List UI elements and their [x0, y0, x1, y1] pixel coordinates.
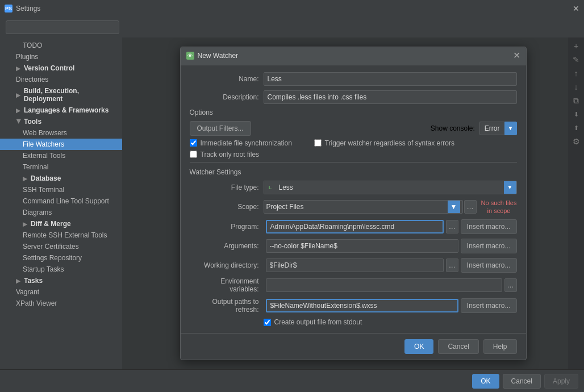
apply-button[interactable]: Apply	[544, 374, 578, 389]
trigger-watcher-checkbox[interactable]	[314, 139, 322, 147]
scope-dropdown[interactable]: Project Files ▼	[264, 200, 463, 214]
sidebar-item-directories[interactable]: Directories	[0, 74, 122, 85]
immediate-sync-row: Immediate file synchronization Trigger w…	[190, 139, 517, 147]
sidebar-item-diff-merge[interactable]: ▶ Diff & Merge	[0, 218, 122, 230]
show-console-label: Show console:	[431, 124, 475, 132]
sidebar-item-tools[interactable]: ▶ Tools	[0, 116, 122, 127]
dialog-ok-button[interactable]: OK	[404, 339, 433, 354]
dialog-icon: 👁	[186, 52, 194, 60]
sidebar-item-label: Settings Repository	[23, 254, 82, 262]
program-input[interactable]	[266, 220, 444, 233]
output-paths-input[interactable]	[266, 299, 458, 312]
program-row: Program: … Insert macro...	[190, 219, 517, 234]
arguments-label: Arguments:	[190, 242, 264, 250]
sidebar-item-plugins[interactable]: Plugins	[0, 51, 122, 62]
env-vars-input[interactable]	[266, 278, 502, 292]
env-vars-browse-button[interactable]: …	[504, 278, 517, 292]
program-insert-macro-button[interactable]: Insert macro...	[461, 219, 517, 234]
sidebar-item-label: TODO	[23, 41, 42, 49]
sidebar-item-vagrant[interactable]: Vagrant	[0, 286, 122, 298]
sidebar-item-label: Diff & Merge	[31, 220, 71, 228]
sidebar-item-ssh-terminal[interactable]: SSH Terminal	[0, 184, 122, 195]
arguments-insert-macro-button[interactable]: Insert macro...	[461, 239, 517, 253]
create-output-row: Create output file from stdout	[190, 318, 517, 326]
sidebar-item-label: Startup Tasks	[23, 265, 64, 273]
sidebar-item-label: Build, Execution, Deployment	[24, 87, 116, 103]
search-input[interactable]	[6, 20, 119, 34]
sidebar: TODO Plugins ▶ Version Control Directori…	[0, 37, 122, 369]
sidebar-item-label: External Tools	[23, 152, 65, 160]
filetype-arrow[interactable]: ▼	[504, 181, 516, 194]
name-row: Name:	[190, 72, 517, 86]
sidebar-item-build[interactable]: ▶ Build, Execution, Deployment	[0, 85, 122, 105]
arrow-icon: ▶	[16, 278, 22, 284]
sidebar-item-command-line[interactable]: Command Line Tool Support	[0, 195, 122, 207]
working-dir-insert-macro-button[interactable]: Insert macro...	[461, 258, 517, 273]
sidebar-item-label: Plugins	[16, 53, 38, 61]
filetype-icon: L	[264, 181, 277, 194]
sidebar-item-diagrams[interactable]: Diagrams	[0, 207, 122, 218]
dialog-cancel-button[interactable]: Cancel	[438, 339, 478, 354]
options-row: Output Filters... Show console: Error ▼	[190, 121, 517, 136]
working-dir-label: Working directory:	[190, 261, 264, 269]
scope-row: Scope: Project Files ▼ … No such files	[190, 199, 517, 215]
scope-dropdown-arrow[interactable]: ▼	[448, 201, 460, 213]
dialog-help-button[interactable]: Help	[483, 339, 517, 354]
sidebar-item-label: Directories	[16, 76, 48, 84]
sidebar-item-external-tools[interactable]: External Tools	[0, 150, 122, 161]
watcher-settings-title: Watcher Settings	[190, 168, 517, 176]
description-input[interactable]	[264, 90, 517, 104]
output-paths-row: Output paths to refresh: Insert macro...	[190, 298, 517, 314]
scope-label: Scope:	[190, 203, 264, 211]
dialog-body: Name: Description: Options	[181, 65, 526, 333]
create-output-checkbox[interactable]	[264, 319, 271, 326]
working-dir-input[interactable]	[266, 258, 444, 272]
sidebar-item-languages[interactable]: ▶ Languages & Frameworks	[0, 105, 122, 116]
dialog-title-bar: 👁 New Watcher ✕	[181, 47, 526, 65]
create-output-label: Create output file from stdout	[274, 318, 362, 326]
sidebar-item-tasks[interactable]: ▶ Tasks	[0, 275, 122, 286]
sidebar-item-xpath[interactable]: XPath Viewer	[0, 298, 122, 309]
track-root-checkbox[interactable]	[190, 151, 197, 158]
sidebar-item-label: Terminal	[23, 163, 48, 171]
arguments-input[interactable]	[266, 239, 458, 253]
cancel-button[interactable]: Cancel	[503, 374, 541, 389]
program-browse-button[interactable]: …	[446, 220, 458, 233]
main-window: PS Settings ✕ TODO Plugins ▶ Version Con…	[0, 0, 584, 392]
name-input[interactable]	[264, 72, 517, 86]
sidebar-item-file-watchers[interactable]: File Watchers	[0, 139, 122, 150]
env-vars-label: Environment variables:	[190, 277, 264, 293]
sidebar-item-label: Tools	[24, 118, 41, 126]
sidebar-item-version-control[interactable]: ▶ Version Control	[0, 62, 122, 74]
dialog-bottom: OK Cancel Help	[181, 333, 526, 360]
ok-button[interactable]: OK	[472, 374, 499, 389]
sidebar-item-remote-ssh[interactable]: Remote SSH External Tools	[0, 230, 122, 241]
title-bar-left: PS Settings	[5, 5, 40, 12]
title-bar: PS Settings ✕	[0, 0, 584, 17]
sidebar-item-web-browsers[interactable]: Web Browsers	[0, 127, 122, 139]
new-watcher-dialog: 👁 New Watcher ✕ Name:	[180, 47, 527, 361]
arguments-row: Arguments: Insert macro...	[190, 239, 517, 253]
filetype-dropdown[interactable]: L Less ▼	[264, 181, 517, 194]
settings-content: TODO Plugins ▶ Version Control Directori…	[0, 37, 584, 369]
sidebar-item-server-certs[interactable]: Server Certificates	[0, 241, 122, 252]
immediate-sync-checkbox[interactable]	[190, 139, 197, 147]
dialog-close-button[interactable]: ✕	[513, 51, 520, 60]
program-label: Program:	[190, 223, 264, 231]
output-filters-button[interactable]: Output Filters...	[190, 121, 251, 136]
sidebar-item-todo[interactable]: TODO	[0, 40, 122, 51]
sidebar-item-terminal[interactable]: Terminal	[0, 161, 122, 173]
scope-value: Project Files	[266, 203, 304, 211]
sidebar-item-startup-tasks[interactable]: Startup Tasks	[0, 264, 122, 275]
sidebar-item-label: Remote SSH External Tools	[23, 231, 107, 239]
main-area: + ✎ ↑ ↓ ⧉ ⬇ ⬆ ⚙ 👁	[122, 37, 584, 369]
sidebar-item-settings-repo[interactable]: Settings Repository	[0, 252, 122, 264]
working-dir-browse-button[interactable]: …	[446, 258, 458, 272]
scope-browse-button[interactable]: …	[464, 200, 477, 214]
show-console-dropdown-arrow[interactable]: ▼	[504, 122, 517, 135]
output-paths-insert-macro-button[interactable]: Insert macro...	[461, 298, 517, 313]
trigger-watcher-label: Trigger watcher regardless of syntax err…	[325, 139, 454, 147]
window-close-button[interactable]: ✕	[573, 4, 579, 13]
sidebar-item-database[interactable]: ▶ Database	[0, 173, 122, 184]
scope-dropdown-container: Project Files ▼ …	[264, 200, 477, 214]
